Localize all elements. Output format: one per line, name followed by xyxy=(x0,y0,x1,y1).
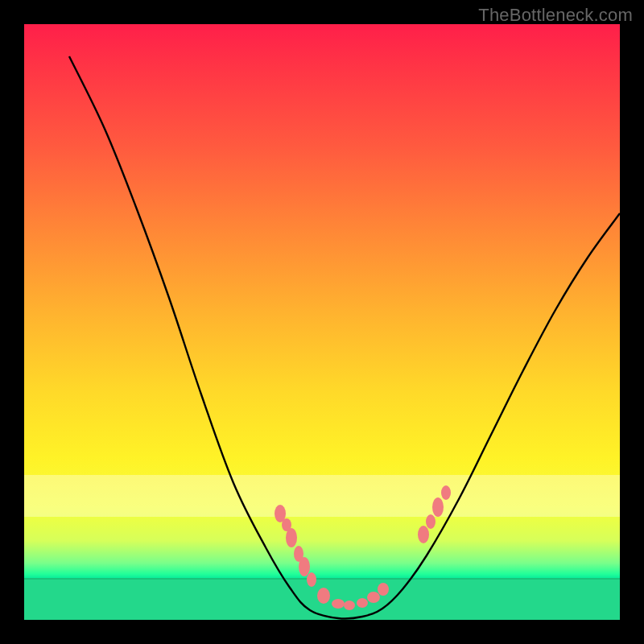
highlight-band xyxy=(24,475,620,517)
plot-area xyxy=(24,24,620,620)
bottom-green-strip xyxy=(24,578,620,620)
watermark-text: TheBottleneck.com xyxy=(478,5,633,26)
